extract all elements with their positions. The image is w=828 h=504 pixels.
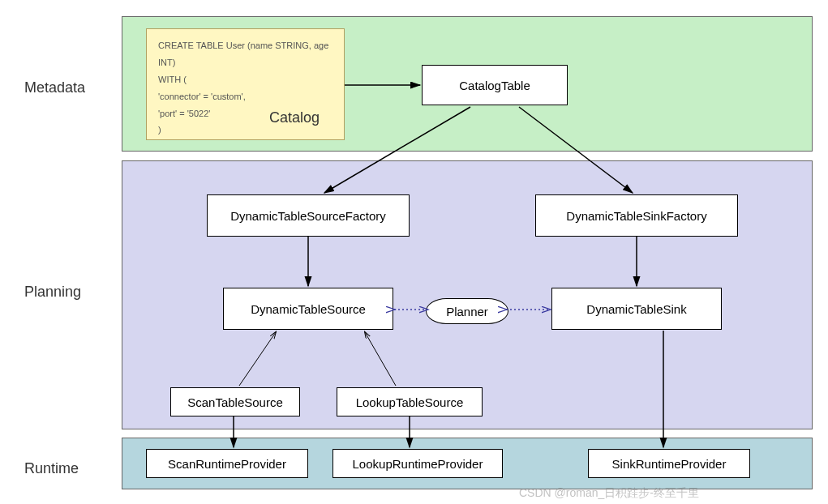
scan-table-source-node: ScanTableSource [170,387,300,416]
metadata-label: Metadata [24,79,85,96]
table-sink-node: DynamicTableSink [551,288,722,330]
catalog-table-node: CatalogTable [422,65,568,105]
catalog-label: Catalog [269,104,320,131]
catalog-code-3: 'connector' = 'custom', [158,88,332,105]
lookup-table-source-node: LookupTableSource [337,387,483,416]
catalog-box: CREATE TABLE User (name STRING, age INT)… [146,28,345,140]
scan-runtime-node: ScanRuntimeProvider [146,449,308,478]
architecture-diagram: Metadata Planning Runtime CREATE TABLE U… [16,16,827,502]
source-factory-node: DynamicTableSourceFactory [207,194,410,237]
planning-label: Planning [24,284,81,301]
catalog-code-2: WITH ( [158,71,332,88]
catalog-code-1: CREATE TABLE User (name STRING, age INT) [158,37,332,71]
table-source-node: DynamicTableSource [223,288,393,330]
watermark: CSDN @roman_日积跬步-终至千里 [519,486,699,501]
planner-node: Planner [426,298,508,324]
lookup-runtime-node: LookupRuntimeProvider [332,449,503,478]
runtime-label: Runtime [24,460,79,477]
sink-runtime-node: SinkRuntimeProvider [588,449,750,478]
sink-factory-node: DynamicTableSinkFactory [535,194,738,237]
